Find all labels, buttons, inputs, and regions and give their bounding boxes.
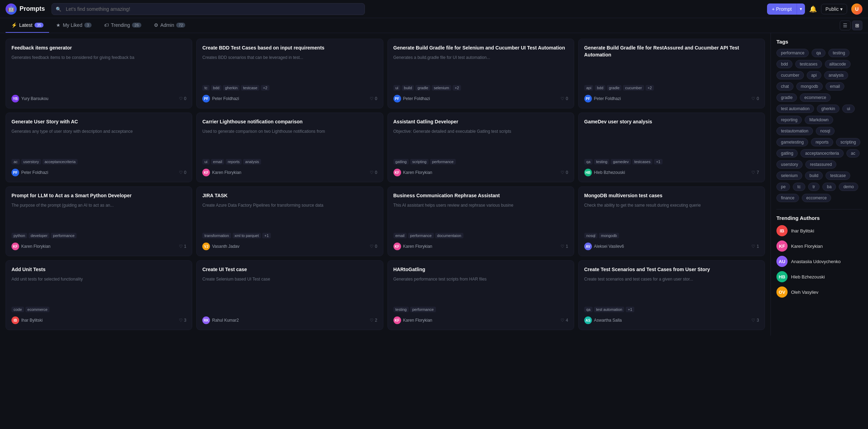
avatar[interactable]: U <box>851 3 862 15</box>
card-desc: Create Selenium based UI Test case <box>202 276 377 312</box>
trending-author-item[interactable]: IB Ihar Bylitski <box>776 225 862 236</box>
card-item[interactable]: Add Unit Tests Add unit tests for select… <box>6 260 192 330</box>
sidebar-tag[interactable]: ecommerce <box>800 93 831 102</box>
sidebar-tag[interactable]: testing <box>828 49 850 57</box>
sidebar-tag[interactable]: gametesting <box>776 138 808 146</box>
card-item[interactable]: JIRA TASK Create Azure Data Factory Pipe… <box>196 186 383 256</box>
card-tag: tc <box>202 85 210 91</box>
sidebar-tag[interactable]: acceptancecriteria <box>800 149 843 158</box>
list-view-button[interactable]: ☰ <box>840 21 851 30</box>
trending-author-item[interactable]: OV Oleh Vasyliev <box>776 286 862 298</box>
sidebar-tag[interactable]: cucumber <box>776 71 804 79</box>
heart-icon: ♡ <box>751 170 755 175</box>
view-toggle: ☰ ⊞ <box>840 21 862 30</box>
sidebar-tag[interactable]: qa <box>812 49 825 57</box>
sidebar-tag[interactable]: eccomerce <box>802 194 831 202</box>
search-input[interactable] <box>52 3 365 15</box>
card-tag: documentaion <box>435 233 463 238</box>
sidebar-tag[interactable]: test automation <box>776 105 814 113</box>
card-tags: acuserstoryacceptancecriteria <box>11 159 186 164</box>
card-footer: PF Peter Foldhazi ♡ 0 <box>11 169 186 176</box>
sidebar-tag[interactable]: gradle <box>776 93 797 102</box>
card-item[interactable]: Create BDD Test Cases based on input req… <box>196 39 383 108</box>
sidebar-tag[interactable]: tr <box>808 183 820 191</box>
tab-my-liked[interactable]: ★ My Liked 3 <box>50 18 97 33</box>
card-tag: mongodb <box>599 233 619 238</box>
card-item[interactable]: Assistant Gatling Developer Objective: G… <box>388 113 574 182</box>
sidebar-tag[interactable]: ba <box>822 183 836 191</box>
sidebar-tag[interactable]: performance <box>776 49 809 57</box>
card-footer: HB Hleb Bzhezouski ♡ 7 <box>584 169 759 176</box>
card-item[interactable]: Carrier Lighthouse notification comparis… <box>196 113 383 182</box>
tab-trending[interactable]: 🏷 Trending 26 <box>99 18 147 33</box>
sidebar-tag[interactable]: testautomation <box>776 127 813 135</box>
card-tag: gatling <box>393 159 409 164</box>
tab-latest[interactable]: ⚡ Latest 35 <box>6 18 49 33</box>
sidebar-tag[interactable]: userstory <box>776 160 803 169</box>
card-item[interactable]: MongoDB multiversion test cases Check th… <box>578 186 765 256</box>
author-info: RK Rahul Kumar2 <box>202 316 239 324</box>
card-tag: ecommerce <box>25 307 49 312</box>
like-count: ♡ 0 <box>561 96 568 101</box>
sidebar-tag[interactable]: finance <box>776 194 799 202</box>
trending-author-item[interactable]: HB Hleb Bzhezouski <box>776 271 862 282</box>
sidebar-tag[interactable]: reporting <box>776 116 802 124</box>
card-item[interactable]: Generate User Story with AC Generates an… <box>6 113 192 182</box>
author-avatar: KF <box>393 169 401 176</box>
card-desc: Generates any type of user story with de… <box>11 128 186 156</box>
sidebar-tag[interactable]: email <box>826 82 845 91</box>
sidebar-tag[interactable]: selenium <box>776 171 802 180</box>
sidebar-tag[interactable]: gherkin <box>817 105 839 113</box>
sidebar-tag[interactable]: build <box>805 171 823 180</box>
sidebar: Tags performanceqatestingbddtestcasesali… <box>771 33 868 336</box>
sidebar-tag[interactable]: reports <box>811 138 833 146</box>
trending-author-item[interactable]: AU Anastasiia Udovychenko <box>776 256 862 267</box>
card-tags: codeecommerce <box>11 307 186 312</box>
sidebar-tag[interactable]: tc <box>793 183 805 191</box>
sidebar-tag[interactable]: scripting <box>836 138 861 146</box>
card-item[interactable]: Business Communication Rephrase Assistan… <box>388 186 574 256</box>
sidebar-tag[interactable]: ac <box>846 149 860 158</box>
prompt-dropdown-button[interactable]: ▾ <box>797 3 805 15</box>
sidebar-tag[interactable]: pe <box>776 183 790 191</box>
public-dropdown-button[interactable]: Public ▾ <box>821 4 847 14</box>
sidebar-tag[interactable]: restassured <box>805 160 836 169</box>
sidebar-tag[interactable]: bdd <box>776 60 792 68</box>
sidebar-tag[interactable]: chat <box>776 82 793 91</box>
heart-icon: ♡ <box>561 96 564 101</box>
card-item[interactable]: GameDev user story analysis qatestinggam… <box>578 113 765 182</box>
sidebar-tag[interactable]: analysis <box>824 71 848 79</box>
sidebar-tag[interactable]: nosql <box>816 127 835 135</box>
card-item[interactable]: Generate Build Gradle file for Selenium … <box>388 39 574 108</box>
author-name: Vasanth Jadav <box>212 244 240 249</box>
tab-latest-badge: 35 <box>34 23 44 28</box>
notifications-button[interactable]: 🔔 <box>809 5 817 13</box>
sidebar-tag[interactable]: testcases <box>795 60 822 68</box>
sidebar-tag[interactable]: testcase <box>826 171 850 180</box>
card-item[interactable]: Create Test Scenarios and Test Cases fro… <box>578 260 765 330</box>
card-tag: ui <box>393 85 401 91</box>
card-item[interactable]: Create UI Test case Create Selenium base… <box>196 260 383 330</box>
sidebar-tag[interactable]: alitacode <box>825 60 851 68</box>
sidebar-tag[interactable]: ui <box>842 105 854 113</box>
card-item[interactable]: Prompt for LLM to Act as a Smart Python … <box>6 186 192 256</box>
card-item[interactable]: Feedback items generator Generates feedb… <box>6 39 192 108</box>
author-name: Rahul Kumar2 <box>212 318 239 323</box>
card-item[interactable]: HARtoGatling Generates performance test … <box>388 260 574 330</box>
main-layout: Feedback items generator Generates feedb… <box>0 33 868 336</box>
author-name-lg: Oleh Vasyliev <box>791 290 819 295</box>
sidebar-tag[interactable]: gatling <box>776 149 798 158</box>
sidebar-tag[interactable]: api <box>807 71 821 79</box>
add-prompt-button[interactable]: + Prompt <box>767 3 797 15</box>
sidebar-tag[interactable]: Markdown <box>805 116 833 124</box>
card-tag: gradle <box>415 85 430 91</box>
sidebar-tag[interactable]: demo <box>839 183 858 191</box>
card-tag: test automation <box>594 307 624 312</box>
sidebar-tag[interactable]: mongodb <box>796 82 823 91</box>
grid-view-button[interactable]: ⊞ <box>852 21 862 30</box>
card-tag: testcases <box>632 159 652 164</box>
card-item[interactable]: Generate Build Gradle file for RestAssur… <box>578 39 765 108</box>
trending-authors-title: Trending Authors <box>776 215 862 221</box>
tab-admin[interactable]: ⚙ Admin 72 <box>148 18 191 33</box>
trending-author-item[interactable]: KF Karen Florykian <box>776 240 862 252</box>
